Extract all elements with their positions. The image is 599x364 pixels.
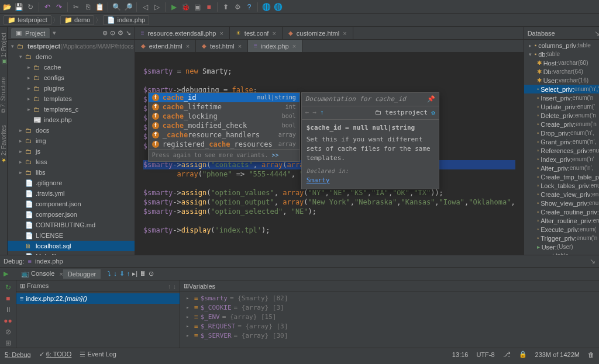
status-encoding[interactable]: UTF-8 — [476, 351, 494, 358]
tree-file[interactable]: 📄component.json — [8, 199, 135, 209]
forward-icon[interactable]: → — [312, 108, 316, 117]
stop-icon[interactable]: ■ — [4, 294, 13, 303]
editor-tab[interactable]: ◆test.html× — [196, 40, 248, 52]
hide-icon[interactable]: ↘ — [126, 29, 131, 37]
lock-icon[interactable]: 🔒 — [519, 351, 527, 358]
tree-folder[interactable]: ▸🗀docs — [8, 125, 135, 136]
tree-folder[interactable]: ▸🗀templates — [8, 93, 135, 104]
gear-icon[interactable]: ✿ — [431, 108, 435, 117]
tree-file-selected[interactable]: 🗎localhost.sql — [8, 241, 135, 251]
close-icon[interactable]: × — [292, 43, 296, 50]
db-item[interactable]: ▾▪db: table — [524, 50, 599, 58]
crumb-project[interactable]: 📁 testproject — [4, 15, 51, 25]
db-item[interactable]: ▸▪columns_priv: table — [524, 41, 599, 50]
db-col[interactable]: ▫Create_tmp_table_pri — [524, 172, 599, 181]
copy-icon[interactable]: ⎘ — [83, 2, 92, 12]
git-icon[interactable]: ⎇ — [503, 351, 511, 358]
var-item[interactable]: ▸≡$smarty = {Smarty} [82] — [180, 293, 599, 303]
crumb-file[interactable]: 📄 index.php — [103, 15, 149, 25]
db-col[interactable]: ▫Execute_priv: enum( — [524, 225, 599, 234]
tree-file[interactable]: 📄composer.json — [8, 209, 135, 220]
db-col[interactable]: ▫Create_priv: enum('n — [524, 120, 599, 129]
resume-icon[interactable]: ▶ — [4, 270, 8, 278]
db-col[interactable]: ▫Update_priv: enum(' — [524, 102, 599, 111]
stop-icon[interactable]: ■ — [204, 2, 214, 12]
db-col[interactable]: ▫Insert_priv: enum('n — [524, 93, 599, 102]
tree-root[interactable]: ▾🗀testproject (/Applications/MAMP/htdocs — [8, 41, 135, 51]
db-col[interactable]: ▫Trigger_priv: enum('n — [524, 234, 599, 242]
run-to-cursor-icon[interactable]: ▸| — [132, 270, 137, 278]
editor-tab-active[interactable]: ≡index.php× — [248, 40, 302, 52]
replace-icon[interactable]: 🔎 — [123, 2, 133, 12]
status-memory[interactable]: 233M of 1422M — [535, 351, 580, 358]
browser2-icon[interactable]: 🌐 — [273, 2, 283, 12]
editor-tab[interactable]: ◆customize.html× — [283, 27, 353, 39]
coverage-icon[interactable]: ▣ — [192, 2, 202, 12]
var-item[interactable]: ▸≡$_ENV = {array} [15] — [180, 312, 599, 321]
tree-folder[interactable]: ▸🗀templates_c — [8, 104, 135, 115]
tree-file[interactable]: 📄CONTRIBUTING.md — [8, 220, 135, 230]
redo-icon[interactable]: ↷ — [54, 2, 64, 12]
close-icon[interactable]: × — [238, 43, 242, 50]
layout-icon[interactable]: ⊞ — [4, 339, 13, 348]
console-tab[interactable]: 📺 Console — [16, 269, 59, 279]
project-tab[interactable]: ▣ Project — [11, 28, 50, 38]
rail-favorites[interactable]: ★ 2: Favorites — [1, 122, 7, 167]
db-col[interactable]: ▫Create_view_priv: en — [524, 190, 599, 199]
forward-icon[interactable]: ▷ — [152, 2, 161, 12]
db-item[interactable]: ▸▪event: table — [524, 251, 599, 255]
status-todo[interactable]: ✓ 6: TODO — [39, 351, 72, 358]
var-item[interactable]: ▸≡$_COOKIE = {array} [3] — [180, 303, 599, 312]
doc-link[interactable]: Smarty — [307, 176, 330, 184]
rail-structure[interactable]: ⧉ 7: Structure — [0, 74, 7, 116]
rail-project[interactable]: ▣ 1: Project — [1, 29, 7, 69]
undo-icon[interactable]: ↶ — [43, 2, 52, 12]
db-col[interactable]: ▫Index_priv: enum('n' — [524, 155, 599, 164]
sync-icon[interactable]: ↻ — [26, 2, 35, 12]
editor-body[interactable]: $smarty = new Smarty; $smarty->debugging… — [135, 53, 524, 255]
back-icon[interactable]: ◁ — [140, 2, 150, 12]
up-icon[interactable]: ↑ — [320, 108, 324, 117]
locate-icon[interactable]: ⊙ — [110, 29, 115, 37]
save-icon[interactable]: 💾 — [14, 2, 23, 12]
tree-folder[interactable]: ▸🗀img — [8, 136, 135, 146]
tree-folder[interactable]: ▸🗀cache — [8, 62, 135, 72]
evaluate-icon[interactable]: 🖩 — [140, 270, 146, 278]
open-icon[interactable]: 📂 — [2, 2, 12, 12]
run-icon[interactable]: ▶ — [169, 2, 178, 12]
watch-icon[interactable]: ⊙ — [149, 270, 154, 278]
db-col[interactable]: ▫Create_routine_priv: e — [524, 207, 599, 216]
db-col[interactable]: ▫Drop_priv: enum('n', — [524, 129, 599, 137]
db-col[interactable]: ▫Lock_tables_priv: enu — [524, 181, 599, 190]
mute-bp-icon[interactable]: ⊘ — [4, 328, 13, 337]
db-col[interactable]: ▫Alter_routine_priv: en — [524, 216, 599, 225]
db-col[interactable]: ▫Grant_priv: enum('n', — [524, 137, 599, 146]
completion-item[interactable]: fcache_lockingbool — [149, 112, 300, 121]
debugger-tab[interactable]: Debugger — [63, 269, 101, 279]
crumb-folder[interactable]: 📁 demo — [60, 15, 95, 25]
completion-item[interactable]: fregistered_cache_resourcesarray — [149, 140, 300, 149]
more-link[interactable]: >> — [271, 152, 278, 158]
find-icon[interactable]: 🔍 — [112, 2, 121, 12]
tree-folder[interactable]: ▾🗀demo — [8, 51, 135, 62]
step-over-icon[interactable]: ⤵ — [108, 270, 111, 278]
tree-folder[interactable]: ▸🗀less — [8, 157, 135, 167]
status-debug[interactable]: 5: Debug — [5, 351, 31, 358]
hide-icon[interactable]: ↘ — [590, 257, 595, 265]
trash-icon[interactable]: 🗑 — [588, 351, 594, 358]
close-icon[interactable]: × — [186, 43, 190, 50]
close-icon[interactable]: × — [343, 30, 346, 37]
db-col[interactable]: ▫Show_view_priv: enum — [524, 199, 599, 207]
pin-icon[interactable]: 📌 — [427, 95, 435, 104]
settings-icon[interactable]: ⚙ — [233, 2, 242, 12]
completion-item[interactable]: f_cacheresource_handlersarray — [149, 130, 300, 140]
tree-folder[interactable]: ▸🗀plugins — [8, 83, 135, 93]
db-col[interactable]: ✱User: varchar(16) — [524, 76, 599, 85]
tree-file[interactable]: 📄.travis.yml — [8, 188, 135, 199]
paste-icon[interactable]: 📋 — [95, 2, 104, 12]
step-out-icon[interactable]: ↑ — [127, 270, 130, 278]
var-item[interactable]: ▸≡$_REQUEST = {array} [3] — [180, 321, 599, 331]
frame-item[interactable]: ≡index.php:22, {main}() — [16, 293, 180, 304]
db-col[interactable]: ▫References_priv: enu — [524, 146, 599, 155]
completion-item[interactable]: fcache_modified_checkbool — [149, 121, 300, 130]
